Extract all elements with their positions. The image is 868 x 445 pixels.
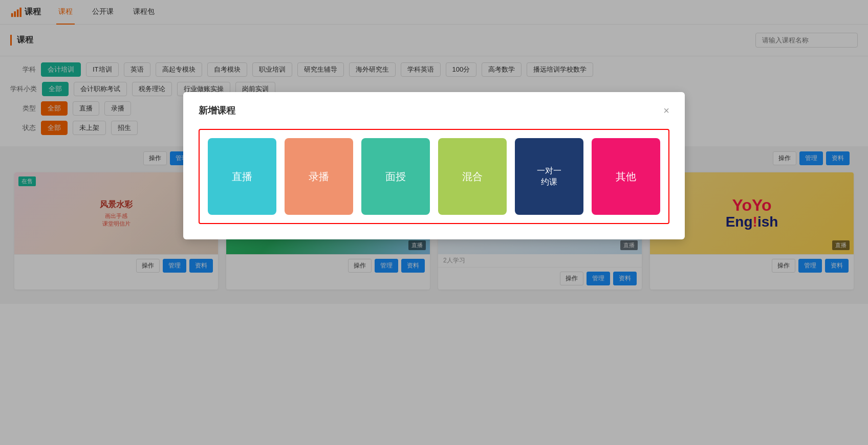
option-mix[interactable]: 混合	[438, 138, 507, 215]
modal-title: 新增课程	[199, 104, 235, 117]
option-one-on-one[interactable]: 一对一约课	[515, 138, 583, 215]
option-other[interactable]: 其他	[592, 138, 660, 215]
option-record[interactable]: 录播	[285, 138, 353, 215]
modal-close-button[interactable]: ×	[663, 105, 669, 116]
modal-overlay: 新增课程 × 直播 录播 面授 混合 一对一约课 其他	[0, 0, 868, 445]
modal-header: 新增课程 ×	[199, 104, 669, 117]
modal-options: 直播 录播 面授 混合 一对一约课 其他	[208, 138, 660, 215]
modal-dialog: 新增课程 × 直播 录播 面授 混合 一对一约课 其他	[183, 92, 685, 239]
option-face[interactable]: 面授	[361, 138, 430, 215]
modal-options-border: 直播 录播 面授 混合 一对一约课 其他	[199, 129, 669, 224]
option-live[interactable]: 直播	[208, 138, 276, 215]
